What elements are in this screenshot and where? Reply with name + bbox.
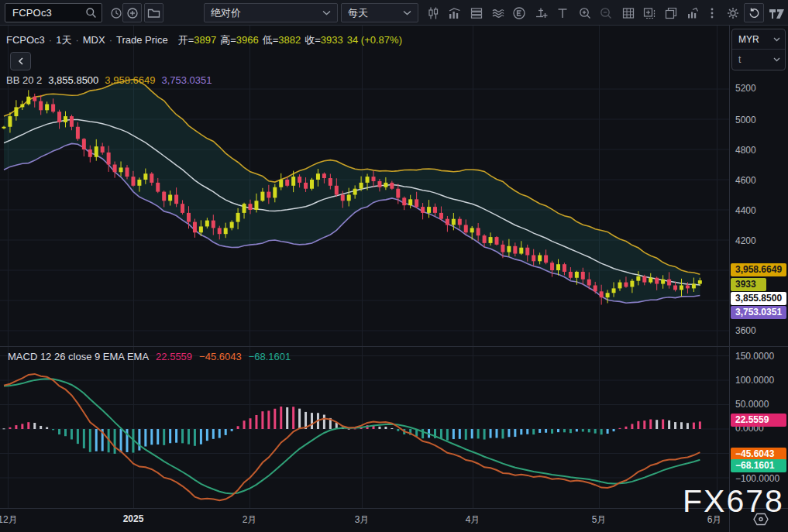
undo-icon[interactable] bbox=[744, 3, 764, 22]
close-value: 3933 bbox=[321, 34, 343, 46]
time-tick: 12月 bbox=[0, 513, 18, 527]
currency-select[interactable]: MYR bbox=[732, 29, 785, 50]
price-tick: 3600 bbox=[735, 325, 756, 336]
circled-e-icon[interactable] bbox=[509, 3, 529, 22]
bb-lower-price-pill: 3,753.0351 bbox=[731, 306, 786, 319]
zoom-in-icon[interactable] bbox=[575, 3, 595, 22]
time-tick: 3月 bbox=[355, 513, 370, 527]
indicators-icon[interactable] bbox=[445, 3, 465, 22]
interval-select[interactable]: 每天 bbox=[341, 3, 418, 22]
macd-tick: 100.0000 bbox=[735, 375, 774, 386]
collapse-legend-button[interactable] bbox=[10, 52, 31, 70]
text-tool-icon[interactable] bbox=[552, 3, 573, 22]
price-tick: 4200 bbox=[735, 235, 756, 246]
top-toolbar: FCPOc3 绝对价 每天 bbox=[0, 0, 788, 26]
bb-lower-value: 3,753.0351 bbox=[161, 74, 212, 86]
new-layout-icon[interactable] bbox=[639, 3, 659, 22]
candlestick-style-icon[interactable] bbox=[423, 3, 443, 22]
zoom-out-icon[interactable] bbox=[596, 3, 616, 22]
separator-dot: · bbox=[75, 34, 78, 46]
price-tick: 4400 bbox=[735, 205, 756, 216]
time-tick: 5月 bbox=[592, 513, 607, 527]
price-type-select[interactable]: 绝对价 bbox=[204, 3, 338, 22]
time-axis[interactable]: 12月 2025 2月 3月 4月 5月 6月 bbox=[0, 509, 788, 532]
price-tick: 5000 bbox=[735, 115, 756, 125]
change-value: 34 (+0.87%) bbox=[347, 34, 402, 46]
open-value: 3897 bbox=[194, 34, 216, 46]
symbol-legend[interactable]: FCPOc3 · 1天 · MDX · Trade Price 开=3897 高… bbox=[6, 33, 402, 47]
add-symbol-icon[interactable] bbox=[122, 3, 142, 22]
unit-label: t bbox=[738, 54, 773, 65]
macd-legend[interactable]: MACD 12 26 close 9 EMA EMA 22.5559 −45.6… bbox=[8, 351, 291, 362]
search-icon bbox=[85, 7, 97, 19]
separator-dot: · bbox=[49, 34, 52, 46]
open-label: 开= bbox=[178, 33, 194, 47]
symbol-search-input[interactable]: FCPOc3 bbox=[5, 3, 102, 22]
price-type-label: 绝对价 bbox=[211, 6, 322, 20]
time-tick: 4月 bbox=[466, 513, 480, 527]
bb-basis-price-pill: 3,855.8500 bbox=[731, 292, 786, 305]
publish-chart-icon[interactable] bbox=[683, 3, 703, 22]
bb-title: BB 20 2 bbox=[6, 74, 42, 86]
low-value: 3882 bbox=[278, 34, 301, 46]
chevron-down-icon bbox=[403, 10, 411, 15]
legend-symbol: FCPOc3 bbox=[6, 34, 45, 46]
low-label: 低= bbox=[263, 33, 279, 47]
macd-tick: 150.0000 bbox=[735, 351, 774, 362]
currency-label: MYR bbox=[738, 34, 773, 45]
chevron-down-icon bbox=[773, 57, 780, 62]
close-label: 收= bbox=[305, 33, 321, 47]
interval-label: 每天 bbox=[348, 6, 403, 20]
settings-gear-icon[interactable] bbox=[723, 3, 743, 22]
unit-select[interactable]: t bbox=[732, 50, 785, 70]
axis-unit-box: MYR t bbox=[731, 29, 786, 70]
macd-hist-value: 22.5559 bbox=[156, 351, 192, 362]
time-tick-year: 2025 bbox=[123, 513, 144, 524]
macd-title: MACD 12 26 close 9 EMA EMA bbox=[8, 351, 149, 362]
price-tick: 4600 bbox=[735, 175, 756, 186]
macd-line-value: −45.6043 bbox=[199, 351, 242, 362]
trading-app: FCPOc3 绝对价 每天 bbox=[0, 0, 788, 532]
symbol-text: FCPOc3 bbox=[12, 7, 85, 19]
more-options-icon[interactable] bbox=[702, 3, 722, 22]
bollinger-legend[interactable]: BB 20 2 3,855.8500 3,958.6649 3,753.0351 bbox=[6, 74, 212, 86]
chevron-down-icon bbox=[322, 10, 331, 15]
macd-tick: 50.0000 bbox=[735, 399, 769, 410]
folder-icon[interactable] bbox=[144, 3, 163, 22]
legend-series: Trade Price bbox=[116, 34, 168, 46]
separator-dot: · bbox=[109, 34, 112, 46]
macd-signal-value: −68.1601 bbox=[249, 351, 291, 362]
waves-icon[interactable] bbox=[488, 3, 508, 22]
axis-settings-icon[interactable] bbox=[752, 512, 769, 526]
macd-hist-pill: 22.5559 bbox=[731, 414, 786, 427]
chevron-down-icon bbox=[773, 37, 780, 42]
templates-icon[interactable] bbox=[466, 3, 487, 22]
legend-interval: 1天 bbox=[56, 33, 71, 47]
alert-icon[interactable] bbox=[532, 3, 552, 22]
high-value: 3966 bbox=[236, 34, 259, 46]
macd-signal-pill: −68.1601 bbox=[731, 459, 786, 472]
time-tick: 2月 bbox=[243, 513, 257, 527]
legend-exchange: MDX bbox=[83, 34, 105, 46]
macd-tick: −100.0000 bbox=[735, 473, 779, 484]
bb-upper-value: 3,958.6649 bbox=[105, 74, 155, 86]
windows-icon[interactable] bbox=[661, 3, 681, 22]
price-tick: 4800 bbox=[735, 145, 756, 156]
high-label: 高= bbox=[220, 33, 236, 47]
layout-grid-icon[interactable] bbox=[618, 3, 638, 22]
bb-basis-value: 3,855.8500 bbox=[48, 74, 98, 86]
chevron-left-icon bbox=[18, 57, 24, 65]
last-price-pill: 3933 bbox=[731, 278, 766, 291]
tradingview-logo[interactable] bbox=[767, 3, 787, 22]
price-tick: 5200 bbox=[735, 83, 756, 94]
bb-upper-price-pill: 3,958.6649 bbox=[731, 263, 786, 276]
